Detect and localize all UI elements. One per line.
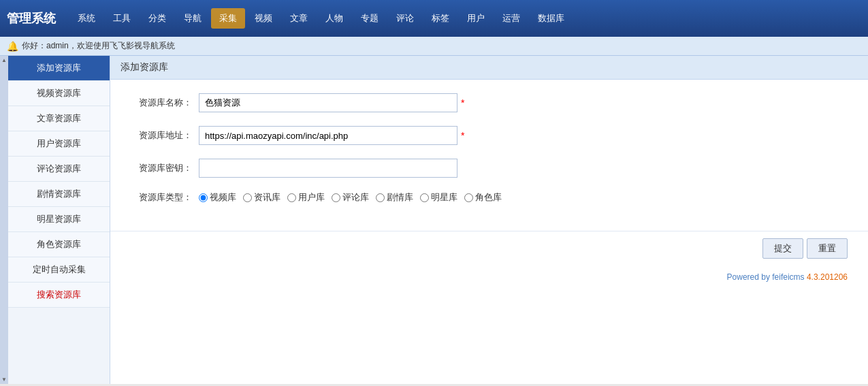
- nav-item-operation[interactable]: 运营: [494, 8, 528, 29]
- sidebar-item-article-resource[interactable]: 文章资源库: [8, 106, 110, 131]
- sidebar-item-star-resource[interactable]: 明星资源库: [8, 207, 110, 232]
- nav-item-person[interactable]: 人物: [317, 8, 351, 29]
- radio-star-label: 明星库: [431, 191, 457, 204]
- radio-video-label: 视频库: [210, 191, 236, 204]
- sidebar-item-drama-resource[interactable]: 剧情资源库: [8, 182, 110, 207]
- radio-role-input[interactable]: [464, 193, 473, 202]
- nav-item-collect[interactable]: 采集: [211, 8, 245, 29]
- radio-star-input[interactable]: [420, 193, 429, 202]
- sidebar-scrollbar: ▲ ▼: [0, 56, 8, 384]
- form-area: 资源库名称： * 资源库地址： * 资源库密钥： 资源库类型：: [110, 80, 868, 231]
- nav-item-nav[interactable]: 导航: [176, 8, 210, 29]
- scroll-up-arrow[interactable]: ▲: [1, 57, 7, 63]
- name-row: 资源库名称： *: [131, 93, 848, 112]
- welcome-bar: 🔔 你好：admin，欢迎使用飞飞影视导航系统: [0, 37, 868, 56]
- nav-item-tools[interactable]: 工具: [105, 8, 139, 29]
- type-label: 资源库类型：: [131, 191, 199, 204]
- radio-video-input[interactable]: [199, 193, 208, 202]
- sidebar-item-comment-resource[interactable]: 评论资源库: [8, 157, 110, 182]
- sidebar-item-user-resource[interactable]: 用户资源库: [8, 131, 110, 157]
- radio-user-input[interactable]: [287, 193, 296, 202]
- sidebar-item-search-resource[interactable]: 搜索资源库: [8, 283, 110, 308]
- radio-user-label: 用户库: [298, 191, 325, 204]
- user-icon: 🔔: [7, 41, 18, 52]
- sidebar-item-auto-collect[interactable]: 定时自动采集: [8, 257, 110, 283]
- radio-drama[interactable]: 剧情库: [376, 191, 413, 204]
- nav-item-topic[interactable]: 专题: [353, 8, 387, 29]
- submit-button[interactable]: 提交: [762, 238, 803, 259]
- name-label: 资源库名称：: [131, 97, 199, 109]
- header: 管理系统 系统 工具 分类 导航 采集 视频 文章 人物 专题 评论 标签 用户…: [0, 0, 868, 37]
- type-row: 资源库类型： 视频库 资讯库 用户库: [131, 191, 848, 204]
- radio-comment-input[interactable]: [332, 193, 340, 202]
- key-input[interactable]: [199, 159, 457, 178]
- footer-version: 4.3.201206: [807, 272, 848, 282]
- url-row: 资源库地址： *: [131, 126, 848, 145]
- welcome-text: 你好：admin，欢迎使用飞飞影视导航系统: [22, 40, 175, 52]
- sidebar-item-video-resource[interactable]: 视频资源库: [8, 81, 110, 106]
- nav-item-category[interactable]: 分类: [140, 8, 174, 29]
- content-area: 添加资源库 资源库名称： * 资源库地址： * 资源库密钥： 资源库类型：: [110, 56, 868, 384]
- sidebar-item-role-resource[interactable]: 角色资源库: [8, 232, 110, 257]
- radio-role-label: 角色库: [475, 191, 502, 204]
- radio-news-input[interactable]: [243, 193, 252, 202]
- nav-item-video[interactable]: 视频: [246, 8, 280, 29]
- app-title: 管理系统: [7, 10, 56, 27]
- main-layout: ▲ ▼ 添加资源库 视频资源库 文章资源库 用户资源库 评论资源库 剧情资源库 …: [0, 56, 868, 384]
- nav-bar: 系统 工具 分类 导航 采集 视频 文章 人物 专题 评论 标签 用户 运营 数…: [69, 8, 573, 29]
- sidebar: 添加资源库 视频资源库 文章资源库 用户资源库 评论资源库 剧情资源库 明星资源…: [8, 56, 110, 384]
- footer: Powered by feifeicms 4.3.201206: [110, 266, 868, 289]
- footer-text: Powered by feifeicms: [727, 272, 807, 282]
- radio-user[interactable]: 用户库: [287, 191, 325, 204]
- nav-item-article[interactable]: 文章: [282, 8, 316, 29]
- nav-item-system[interactable]: 系统: [69, 8, 103, 29]
- scroll-down-arrow[interactable]: ▼: [1, 376, 7, 383]
- content-title: 添加资源库: [110, 56, 868, 80]
- radio-drama-label: 剧情库: [387, 191, 413, 204]
- nav-item-database[interactable]: 数据库: [530, 8, 573, 29]
- radio-news[interactable]: 资讯库: [243, 191, 280, 204]
- url-input[interactable]: [199, 126, 457, 145]
- key-row: 资源库密钥：: [131, 159, 848, 178]
- radio-video[interactable]: 视频库: [199, 191, 236, 204]
- key-label: 资源库密钥：: [131, 162, 199, 174]
- name-required: *: [461, 97, 464, 108]
- radio-comment-label: 评论库: [342, 191, 369, 204]
- sidebar-item-add-resource[interactable]: 添加资源库: [8, 56, 110, 81]
- radio-drama-input[interactable]: [376, 193, 385, 202]
- nav-item-comment[interactable]: 评论: [388, 8, 422, 29]
- sidebar-wrapper: ▲ ▼ 添加资源库 视频资源库 文章资源库 用户资源库 评论资源库 剧情资源库 …: [0, 56, 110, 384]
- name-input[interactable]: [199, 93, 457, 112]
- type-radio-group: 视频库 资讯库 用户库 评论库: [199, 191, 502, 204]
- nav-item-tag[interactable]: 标签: [423, 8, 457, 29]
- radio-news-label: 资讯库: [254, 191, 280, 204]
- radio-star[interactable]: 明星库: [420, 191, 457, 204]
- reset-button[interactable]: 重置: [807, 238, 848, 259]
- url-label: 资源库地址：: [131, 129, 199, 142]
- radio-role[interactable]: 角色库: [464, 191, 502, 204]
- radio-comment[interactable]: 评论库: [332, 191, 369, 204]
- button-row: 提交 重置: [110, 231, 868, 266]
- url-required: *: [461, 130, 464, 141]
- nav-item-user[interactable]: 用户: [459, 8, 493, 29]
